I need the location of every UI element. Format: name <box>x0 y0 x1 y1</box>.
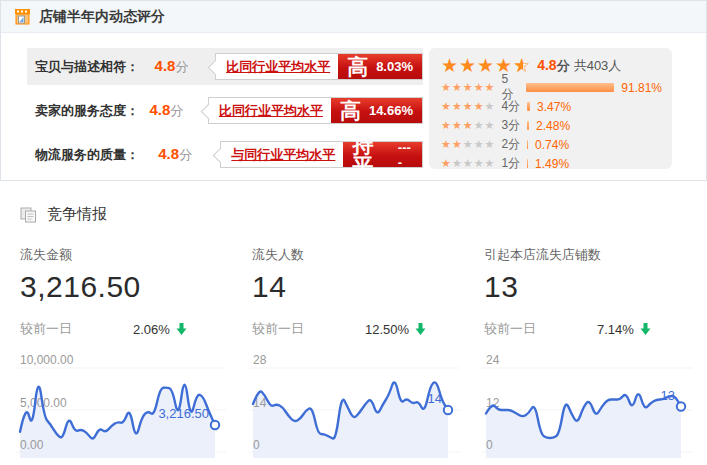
rating-summary: ★★★★☆★ 4.8分 共403人 <box>441 56 662 75</box>
down-arrow-icon <box>176 323 187 335</box>
stars-4-icon: ★★★★★ <box>441 101 495 112</box>
metric-card-lost-amount: 流失金额 3,216.50 较前一日 2.06% <box>20 246 252 338</box>
svg-text:14: 14 <box>428 391 442 406</box>
dsr-row-logistics-quality: 物流服务的质量： 4.8分 与同行业平均水平 持平---- <box>27 136 423 173</box>
rating-panel-header: 店铺半年内动态评分 <box>1 1 706 33</box>
industry-compare-tag: 比同行业平均水平 高14.66% <box>208 97 423 124</box>
dsr-score: 4.8分 <box>155 57 204 76</box>
competition-section-header: 竞争情报 <box>0 181 707 224</box>
rating-summary-panel: ★★★★☆★ 4.8分 共403人 ★★★★★ 5分 91.81% ★★★★★ … <box>429 48 672 169</box>
svg-text:3,216.50: 3,216.50 <box>158 406 209 421</box>
svg-text:0.00: 0.00 <box>20 438 44 452</box>
dsr-score: 4.8分 <box>158 145 208 164</box>
dsr-score: 4.8分 <box>149 101 195 120</box>
score-bar <box>527 140 528 149</box>
dsr-row-service-attitude: 卖家的服务态度： 4.8分 比同行业平均水平 高14.66% <box>27 92 423 129</box>
metric-card-lost-to-shops: 引起本店流失店铺数 13 较前一日 7.14% <box>484 246 707 338</box>
svg-text:0: 0 <box>253 438 260 452</box>
score-bar <box>527 159 528 168</box>
stars-5-icon: ★★★★★ <box>441 82 495 93</box>
rating-breakdown-row: ★★★★★ 4分 3.47% <box>441 98 662 115</box>
dsr-label: 宝贝与描述相符： <box>35 58 155 76</box>
score-bar <box>527 121 529 130</box>
lost-amount-chart: 10,000.005,000.000.003,216.50 <box>8 348 241 464</box>
svg-text:10,000.00: 10,000.00 <box>20 353 74 367</box>
dsr-label: 物流服务的质量： <box>35 146 158 164</box>
trend-charts: 10,000.005,000.000.003,216.50 2814014 24… <box>0 348 707 464</box>
star-rating-icon: ★★★★☆★ <box>441 56 531 75</box>
lost-customers-chart: 2814014 <box>241 348 474 464</box>
lost-to-shops-chart: 2412013 <box>474 348 707 464</box>
svg-text:24: 24 <box>486 353 500 367</box>
rating-breakdown-row: ★★★★★ 1分 1.49% <box>441 155 662 172</box>
dsr-rows: 宝贝与描述相符： 4.8分 比同行业平均水平 高8.03% 卖家的服务态度： 4… <box>27 48 423 180</box>
metric-value: 14 <box>252 270 484 304</box>
score-bar <box>526 83 614 92</box>
rating-panel-title: 店铺半年内动态评分 <box>39 8 165 26</box>
industry-compare-tag: 比同行业平均水平 高8.03% <box>215 53 423 80</box>
storefront-icon <box>14 8 31 25</box>
shop-rating-panel: 店铺半年内动态评分 宝贝与描述相符： 4.8分 比同行业平均水平 高8.03% … <box>0 0 707 181</box>
score-bar <box>527 102 530 111</box>
svg-text:13: 13 <box>661 388 675 403</box>
metric-cards: 流失金额 3,216.50 较前一日 2.06% 流失人数 14 较前一日 12… <box>0 224 707 338</box>
metric-card-lost-customers: 流失人数 14 较前一日 12.50% <box>252 246 484 338</box>
metric-value: 3,216.50 <box>20 270 252 304</box>
rating-panel-body: 宝贝与描述相符： 4.8分 比同行业平均水平 高8.03% 卖家的服务态度： 4… <box>1 33 706 180</box>
stars-3-icon: ★★★★★ <box>441 120 495 131</box>
dsr-label: 卖家的服务态度： <box>35 102 149 120</box>
svg-text:0: 0 <box>486 438 493 452</box>
svg-text:28: 28 <box>253 353 267 367</box>
down-arrow-icon <box>415 323 426 335</box>
industry-compare-tag: 与同行业平均水平 持平---- <box>220 141 423 168</box>
dsr-row-item-description: 宝贝与描述相符： 4.8分 比同行业平均水平 高8.03% <box>27 48 423 85</box>
rating-breakdown-row: ★★★★★ 5分 91.81% <box>441 79 662 96</box>
metric-value: 13 <box>484 270 707 304</box>
rating-breakdown-row: ★★★★★ 2分 0.74% <box>441 136 662 153</box>
competition-section-title: 竞争情报 <box>47 205 107 224</box>
documents-icon <box>20 207 38 223</box>
rating-count: 共403人 <box>574 57 622 75</box>
stars-2-icon: ★★★★★ <box>441 139 495 150</box>
rating-breakdown-row: ★★★★★ 3分 2.48% <box>441 117 662 134</box>
down-arrow-icon <box>640 323 651 335</box>
stars-1-icon: ★★★★★ <box>441 158 495 169</box>
